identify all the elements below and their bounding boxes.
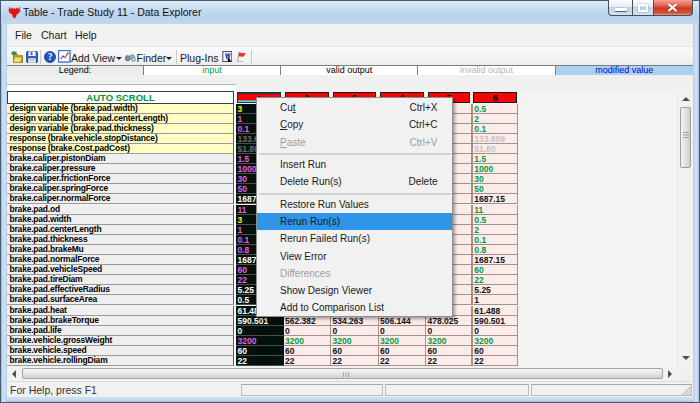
svg-text:?: ? xyxy=(48,52,53,62)
